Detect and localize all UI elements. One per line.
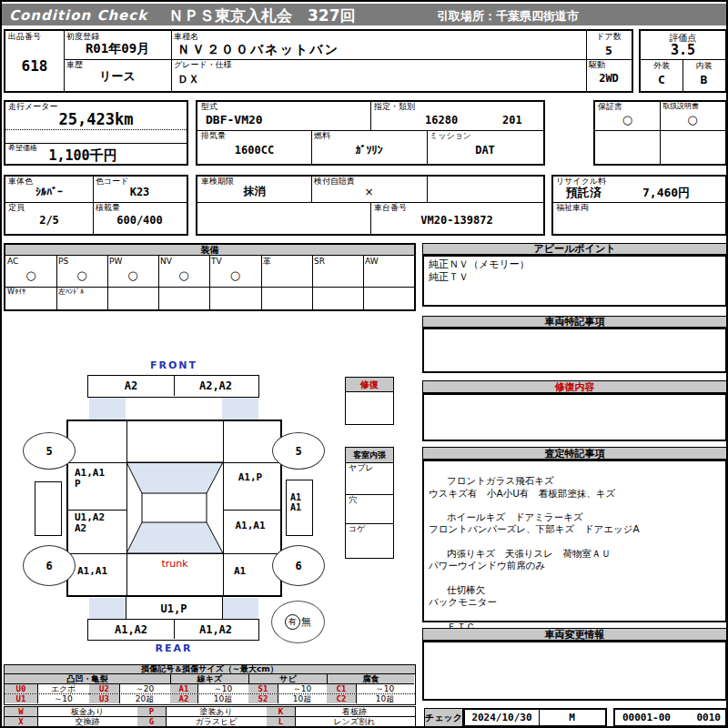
rear-bumper-right-damage: A1,A2: [174, 620, 258, 639]
documents-box: 保証書 ○ 取扱説明書 ○: [593, 100, 727, 166]
spare-has-mark: 有: [285, 614, 300, 630]
check-date: 2024/10/30: [465, 710, 539, 725]
cabin-lining-box: 客室内張 ヤブレ 穴 コゲ: [345, 447, 394, 559]
interior-grade: B: [682, 69, 725, 89]
legend-group: 線キズ: [170, 674, 248, 684]
rear-bumper-left-damage: A1,A2: [88, 620, 174, 639]
equip-extra: 左ﾊﾝﾄﾞﾙ: [58, 288, 84, 297]
front-left-corner: [89, 398, 126, 420]
vehicle-notes-panel: [422, 328, 727, 373]
spare-tire-indicator: 有 無: [271, 601, 325, 643]
right-rear-wheel: 6: [272, 545, 325, 586]
equip-mark: ○: [5, 265, 56, 285]
right-quarter-damage: A1: [234, 565, 246, 577]
equip-mark: ○: [158, 265, 209, 285]
legend-code: K: [267, 707, 295, 716]
equip-label: 革: [263, 258, 271, 267]
repair-content-panel: [422, 393, 727, 441]
displacement-value: 1600CC: [197, 138, 311, 162]
legend-code: X: [5, 717, 37, 726]
left-rocker-panel: [35, 481, 62, 536]
body-color: ｼﾙﾊﾞｰ: [5, 182, 93, 202]
legend-value: 20超: [119, 694, 170, 703]
odometer-price-box: 走行メーター 25,423km 希望価格 1,100千円: [4, 100, 188, 166]
repair-mini-title: 修復: [346, 378, 393, 392]
score-table: 評価点 3.5 外装 C 内装 B: [639, 29, 727, 93]
manual-mark: ○: [660, 109, 725, 130]
left-front-door-damage: A1,A1P: [75, 468, 105, 490]
equip-label: SR: [314, 258, 325, 267]
legend-code: U1: [5, 694, 37, 703]
legend-value: ガラスヒビ: [166, 717, 267, 726]
appeal-panel: 純正ＮＶ（メモリー）純正ＴＶ: [422, 255, 727, 307]
model-code-label: 型式: [201, 103, 217, 112]
appeal-lines: 純正ＮＶ（メモリー）純正ＴＶ: [429, 258, 530, 284]
exterior-grade: C: [641, 69, 682, 89]
legend-group: 腐食: [327, 674, 414, 684]
right-rocker-damage: A1A1: [290, 492, 301, 512]
front-label: FRONT: [120, 359, 228, 371]
doors-value: 5: [586, 41, 632, 59]
car-body-outline: A1,A1P U1,A2A2 A1,A1 A1,P A1,A1 A1 trunk: [66, 420, 282, 597]
front-bumper-right-damage: A2,A2: [174, 376, 258, 396]
left-front-wheel: 5: [23, 432, 76, 470]
legend-value: 交換跡: [37, 717, 137, 726]
grade-label: グレード・仕様: [174, 61, 232, 70]
rear-right-corner: [222, 598, 258, 619]
legend-value: ～20: [119, 684, 170, 693]
cabin-row-hole: 穴: [349, 496, 357, 505]
warranty-mark: ○: [595, 109, 660, 130]
vehicle-change-title: 車両変更情報: [422, 628, 727, 641]
right-rocker-panel: A1A1: [286, 480, 313, 536]
class-number-2: 201: [502, 114, 522, 126]
odometer-value: 25,423km: [5, 109, 187, 129]
engine-spec-box: 型式 DBF-VM20 指定・類別 16280 201 排気量 1600CC 燃…: [196, 100, 545, 166]
assessment-panel: フロントガラス飛石キズウスキズ有 小A小U有 看板部塗抹、キズ ホイールキズ ド…: [422, 460, 727, 622]
repair-mark-legend: W 板金あり P 塗装あり K 看板跡 X 交換跡 G ガラスヒビ L レンズ割…: [4, 706, 416, 728]
legend-code: C2: [327, 694, 356, 703]
legend-group: サビ: [248, 674, 327, 684]
title-bar: Condition Check ＮＰＳ東京入札会 327回 引取場所：千葉県四街…: [2, 4, 726, 25]
damage-legend-table: 損傷記号＆損傷サイズ（～最大cm） 凸凹・亀裂 線キズ サビ 腐食 U0 エクボ…: [4, 664, 416, 705]
left-quarter-damage: A1,A1: [77, 565, 107, 577]
repair-mini-box: 修復: [345, 377, 394, 425]
class-number-1: 16280: [425, 114, 458, 126]
lot-number-label: 出品番号: [8, 33, 41, 42]
repair-content-title: 修復内容: [422, 380, 727, 393]
rear-left-corner: [89, 598, 126, 619]
recycle-fee: 7,460円: [642, 185, 690, 201]
equipment-table: 装備 AC PS PW NV TV 革 SR AW ○ ○ ○ ○ ○ Wﾀｲﾔ…: [4, 243, 416, 311]
legend-value: 看板跡: [295, 707, 414, 716]
score-value: 3.5: [641, 41, 725, 59]
vehicle-change-panel: [422, 641, 727, 701]
legend-code: A1: [170, 684, 197, 693]
left-rear-door-damage: U1,A2A2: [75, 512, 105, 534]
legend-value: 10超: [278, 694, 327, 703]
tailgate-damage: U1,P: [126, 600, 222, 617]
sheet-code-2: 0010: [697, 712, 722, 723]
legend-value: ～10: [278, 684, 327, 693]
front-right-corner: [222, 398, 258, 420]
legend-code: A2: [170, 694, 197, 703]
inspection-chassis-box: 車検期限 抹消 検付自賠責 × 車台番号 VM20-139872: [196, 175, 545, 236]
rear-label: REAR: [120, 642, 228, 654]
legend-value: ～10: [197, 684, 248, 693]
brand-logo: Condition Check: [9, 7, 147, 24]
legend-value: 板金あり: [37, 707, 137, 716]
legend-code: U0: [5, 684, 37, 693]
recycle-box: リサイクル料 預託済 7,460円 福祉車両: [551, 175, 727, 236]
rear-bumper: A1,A2 A1,A2: [87, 619, 259, 641]
model-code: DBF-VM20: [206, 113, 263, 126]
legend-value: 10超: [197, 694, 248, 703]
load-value: 600/400: [93, 207, 187, 232]
cabin-row-burn: コゲ: [349, 525, 365, 534]
spare-none-mark: 無: [301, 615, 311, 629]
legend-value: エクボ: [37, 684, 89, 693]
model-name: ＮＶ２００バネットバン: [177, 42, 339, 58]
class-label: 指定・類別: [374, 103, 415, 112]
checker-mark: M: [539, 710, 605, 725]
inspection-value: 抹消: [197, 181, 311, 202]
pickup-location: 引取場所：千葉県四街道市: [437, 8, 579, 25]
recycle-status: 預託済: [566, 185, 602, 201]
legend-code: S1: [248, 684, 278, 693]
